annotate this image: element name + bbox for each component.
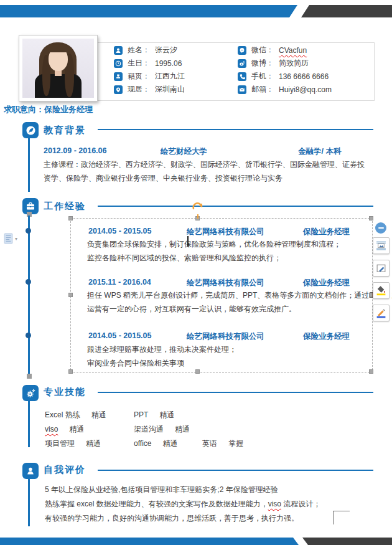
selection-handle-bottom-right[interactable] <box>369 369 373 374</box>
work-timeline <box>28 216 30 376</box>
education-degree[interactable]: 金融学/ 本科 <box>298 146 341 157</box>
work-company[interactable]: 绘艺网络科技有限公司 <box>187 278 264 288</box>
selection-handle-bottom-left[interactable] <box>68 369 73 374</box>
field-phone[interactable]: 手机： 136 6666 6666 <box>238 71 329 82</box>
work-desc-line[interactable]: 负责集团全球保险安排，制订保险政策与策略，优化各险种管理制度和流程； <box>87 239 341 250</box>
work-date[interactable]: 2014.05 - 2015.05 <box>88 331 151 340</box>
field-label: 邮箱： <box>251 84 278 95</box>
field-value: 张云汐 <box>155 45 177 55</box>
work-desc-line[interactable]: 审阅业务合同中保险相关事项 <box>87 358 184 369</box>
layout-options-button[interactable] <box>373 237 390 254</box>
rotate-handle[interactable] <box>191 202 205 216</box>
skill-level: 精通 <box>159 410 174 419</box>
self-eval-line[interactable]: 熟练掌握 excel 数据处理能力、有较强的文案写作及数据处理能力，viso 流… <box>45 499 320 509</box>
work-section-title[interactable]: 工作经验 <box>44 201 86 212</box>
outline-color-button[interactable] <box>373 305 390 321</box>
field-weibo[interactable]: 微博： 简致简历 <box>238 58 309 69</box>
field-birthday[interactable]: 生日： 1995.06 <box>114 58 182 69</box>
field-email[interactable]: 邮箱： Huiyi8@qq.com <box>238 84 332 95</box>
work-date[interactable]: 2014.05 - 2015.05 <box>88 227 151 235</box>
field-label: 籍贯： <box>128 71 154 82</box>
work-position[interactable]: 保险业务经理 <box>303 278 350 288</box>
shape-edit-icon <box>376 263 386 273</box>
profile-photo[interactable] <box>19 35 98 102</box>
shape-edit-button[interactable] <box>373 260 390 277</box>
skill-name: viso <box>45 425 58 434</box>
work-date[interactable]: 2015.11 - 2016.04 <box>88 278 151 287</box>
education-section-icon[interactable] <box>22 122 39 138</box>
self-eval-timeline <box>28 479 30 526</box>
field-label: 姓名： <box>128 45 154 55</box>
field-label: 现居： <box>128 84 154 95</box>
selection-handle-mid-left[interactable] <box>68 293 73 297</box>
skill-item[interactable]: 英语掌握 <box>202 438 243 449</box>
selection-handle-bottom-center[interactable] <box>195 369 200 374</box>
skills-section-icon[interactable] <box>22 385 39 401</box>
job-objective[interactable]: 求职意向：保险业务经理 <box>4 104 93 115</box>
rotate-arrow-icon <box>191 202 205 216</box>
weibo-icon <box>238 59 246 68</box>
self-eval-line[interactable]: 5 年以上保险从业经验,包括项目管理和非车理赔实务;2 年保险管理经验 <box>45 485 278 495</box>
self-eval-text: 流程设计； <box>281 500 320 508</box>
skill-level: 精通 <box>86 439 101 448</box>
skill-name: 英语 <box>202 439 217 448</box>
text-boundary-corner-mark <box>333 511 350 524</box>
field-label: 微信： <box>251 45 278 55</box>
field-value: Huiyi8@qq.com <box>279 85 332 94</box>
skill-item[interactable]: Excel 熟练精通 <box>45 410 106 420</box>
skill-name: 项目管理 <box>45 439 75 448</box>
outline-color-icon <box>376 308 386 318</box>
paste-options-button[interactable]: ▾ <box>4 233 17 244</box>
gears-icon <box>26 388 36 399</box>
self-eval-section-title[interactable]: 自我评价 <box>44 464 86 476</box>
skill-item[interactable]: office精通 <box>134 438 177 449</box>
skill-item[interactable]: PPT精通 <box>134 410 174 420</box>
collapse-toolbar-button[interactable] <box>375 222 386 234</box>
work-desc-line[interactable]: 运营有一定的心得，对互联网有一定认识，能够有效完成推广。 <box>87 304 296 315</box>
education-school[interactable]: 绘艺财经大学 <box>161 146 207 157</box>
skill-name: office <box>134 439 151 448</box>
document-page: 姓名： 张云汐 生日： 1995.06 籍贯： 江西九江 现居： 深圳南山 微信… <box>0 0 392 545</box>
work-company[interactable]: 绘艺网络科技有限公司 <box>187 331 264 342</box>
profile-photo-image <box>22 39 94 98</box>
selection-handle-top-right[interactable] <box>369 216 373 220</box>
skill-item[interactable]: 渠道沟通精通 <box>134 424 190 435</box>
fill-color-button[interactable] <box>373 282 390 299</box>
work-company[interactable]: 绘艺网络科技有限公司 <box>187 227 264 237</box>
skills-section-title[interactable]: 专业技能 <box>44 386 86 398</box>
field-name[interactable]: 姓名： 张云汐 <box>114 45 177 55</box>
briefcase-icon <box>26 201 35 211</box>
work-position[interactable]: 保险业务经理 <box>303 331 350 342</box>
self-eval-section-icon[interactable] <box>22 463 39 479</box>
clock-icon <box>114 59 123 68</box>
selection-handle-top-left[interactable] <box>68 216 73 220</box>
field-hometown[interactable]: 籍贯： 江西九江 <box>114 71 185 82</box>
work-desc-line[interactable]: 监控各险种不同区域的投保、索赔管理和风险监控的执行； <box>87 253 281 263</box>
field-residence[interactable]: 现居： 深圳南山 <box>114 84 185 95</box>
work-position[interactable]: 保险业务经理 <box>303 227 350 237</box>
skill-level: 精通 <box>69 425 84 434</box>
education-date[interactable]: 2012.09 - 2016.06 <box>44 146 106 155</box>
education-section-title[interactable]: 教育背景 <box>44 125 86 136</box>
education-desc-line[interactable]: 主修课程：政治经济学、西方经济学、财政学、国际经济学、货币银行学、国际金融管理、… <box>44 159 365 170</box>
layout-options-icon <box>376 240 386 251</box>
skill-level: 精通 <box>162 439 177 448</box>
work-desc-line[interactable]: 担任 WPS 稻壳儿平台原创设计师，完成简历、PPT、表格等多方面的文档创作；通… <box>87 290 392 301</box>
work-header-line <box>98 206 373 207</box>
work-desc-line[interactable]: 跟进全球理赔事故处理，推动未决案件处理； <box>87 344 236 355</box>
skill-level: 掌握 <box>228 439 243 448</box>
skill-item[interactable]: 项目管理精通 <box>45 438 101 449</box>
field-label: 生日： <box>128 58 154 69</box>
education-header-line <box>98 129 373 130</box>
user-icon <box>114 46 123 55</box>
field-value: 136 6666 6666 <box>279 72 329 81</box>
skill-item[interactable]: viso精通 <box>45 424 84 435</box>
quill-icon <box>26 125 36 136</box>
timeline-bullet <box>26 279 31 285</box>
education-desc-line[interactable]: 资学、保险学、商业银行业务管理、中央银行业务、投资银行理论与实务 <box>44 173 282 184</box>
field-value: 1995.06 <box>155 59 182 68</box>
self-eval-misspelled-word: viso <box>268 500 281 508</box>
timeline-end-cap <box>27 374 32 379</box>
self-eval-line[interactable]: 有较强的学习能力，良好的沟通协调能力，思维活跃，善于思考，执行力强。 <box>45 513 299 524</box>
field-wechat[interactable]: 微信： CVacfun <box>238 45 307 55</box>
